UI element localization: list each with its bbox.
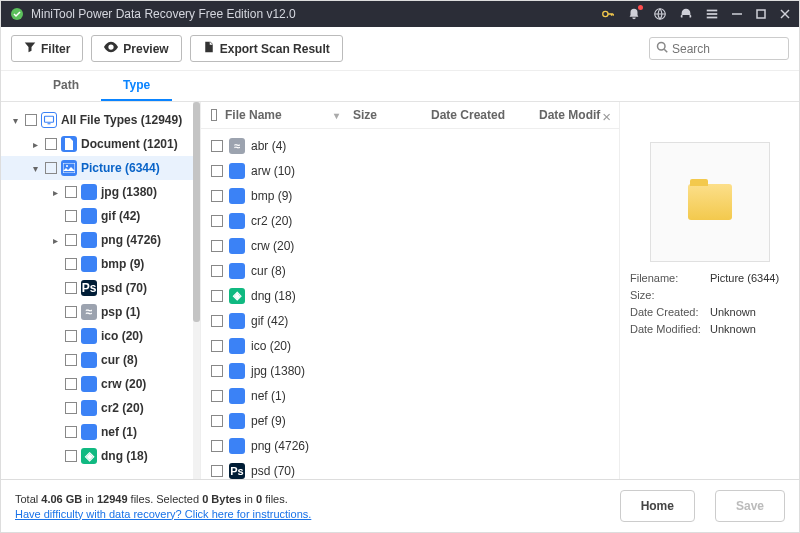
- checkbox[interactable]: [65, 258, 77, 270]
- search-box[interactable]: [649, 37, 789, 60]
- svg-rect-4: [707, 13, 718, 15]
- file-row[interactable]: gif (42): [201, 308, 619, 333]
- chevron-down-icon[interactable]: ▾: [9, 115, 21, 126]
- file-row[interactable]: cur (8): [201, 258, 619, 283]
- tree-item[interactable]: nef (1): [1, 420, 200, 444]
- file-row[interactable]: crw (20): [201, 233, 619, 258]
- tab-path[interactable]: Path: [31, 71, 101, 101]
- checkbox[interactable]: [211, 315, 223, 327]
- checkbox[interactable]: [211, 190, 223, 202]
- close-preview-icon[interactable]: ×: [602, 108, 611, 125]
- tree-document[interactable]: ▸ Document (1201): [1, 132, 200, 156]
- tree-item[interactable]: ico (20): [1, 324, 200, 348]
- tree-root[interactable]: ▾ All File Types (12949): [1, 108, 200, 132]
- col-date-created[interactable]: Date Created: [431, 108, 531, 122]
- checkbox[interactable]: [211, 390, 223, 402]
- checkbox[interactable]: [211, 265, 223, 277]
- tree-item[interactable]: ▸png (4726): [1, 228, 200, 252]
- checkbox[interactable]: [65, 186, 77, 198]
- checkbox[interactable]: [45, 138, 57, 150]
- preview-button[interactable]: Preview: [91, 35, 181, 62]
- tree-item[interactable]: cur (8): [1, 348, 200, 372]
- checkbox[interactable]: [211, 415, 223, 427]
- file-type-icon: Ps: [81, 280, 97, 296]
- globe-icon[interactable]: [653, 7, 667, 21]
- checkbox[interactable]: [65, 234, 77, 246]
- checkbox[interactable]: [65, 306, 77, 318]
- tree-root-label: All File Types (12949): [61, 113, 182, 127]
- checkbox[interactable]: [211, 290, 223, 302]
- checkbox[interactable]: [65, 402, 77, 414]
- menu-icon[interactable]: [705, 7, 719, 21]
- tree-item[interactable]: Pspsd (70): [1, 276, 200, 300]
- checkbox[interactable]: [211, 365, 223, 377]
- file-row[interactable]: png (4726): [201, 433, 619, 458]
- col-name[interactable]: File Name: [225, 108, 282, 122]
- chevron-right-icon[interactable]: ▸: [49, 187, 61, 198]
- checkbox[interactable]: [211, 140, 223, 152]
- bell-icon[interactable]: [627, 7, 641, 21]
- file-row[interactable]: ico (20): [201, 333, 619, 358]
- file-row[interactable]: ≈abr (4): [201, 133, 619, 158]
- save-button[interactable]: Save: [715, 490, 785, 522]
- chevron-down-icon[interactable]: ▾: [29, 163, 41, 174]
- col-size[interactable]: Size: [353, 108, 423, 122]
- sort-icon[interactable]: ▾: [334, 110, 339, 121]
- file-row[interactable]: pef (9): [201, 408, 619, 433]
- checkbox[interactable]: [211, 240, 223, 252]
- checkbox[interactable]: [211, 340, 223, 352]
- filter-button[interactable]: Filter: [11, 35, 83, 62]
- chevron-right-icon[interactable]: ▸: [29, 139, 41, 150]
- file-type-icon: [229, 238, 245, 254]
- tree-item[interactable]: ≈psp (1): [1, 300, 200, 324]
- file-name: crw (20): [251, 239, 294, 253]
- checkbox[interactable]: [65, 378, 77, 390]
- checkbox[interactable]: [65, 450, 77, 462]
- checkbox[interactable]: [45, 162, 57, 174]
- file-row[interactable]: Pspsd (70): [201, 458, 619, 479]
- file-type-icon: [229, 188, 245, 204]
- file-row[interactable]: cr2 (20): [201, 208, 619, 233]
- checkbox[interactable]: [211, 215, 223, 227]
- file-row[interactable]: ◈dng (18): [201, 283, 619, 308]
- tree-picture[interactable]: ▾ Picture (6344): [1, 156, 200, 180]
- file-row[interactable]: nef (1): [201, 383, 619, 408]
- key-icon[interactable]: [601, 7, 615, 21]
- checkbox[interactable]: [211, 465, 223, 477]
- tree-scroll-thumb[interactable]: [193, 102, 200, 322]
- checkbox[interactable]: [65, 210, 77, 222]
- checkbox[interactable]: [211, 165, 223, 177]
- help-link[interactable]: Have difficulty with data recovery? Clic…: [15, 508, 311, 520]
- toolbar: Filter Preview Export Scan Result: [1, 27, 799, 71]
- search-input[interactable]: [672, 42, 782, 56]
- minimize-icon[interactable]: [731, 8, 743, 20]
- headset-icon[interactable]: [679, 7, 693, 21]
- tab-type[interactable]: Type: [101, 71, 172, 101]
- col-date-modified[interactable]: Date Modif: [539, 108, 609, 122]
- tree-item[interactable]: ▸jpg (1380): [1, 180, 200, 204]
- file-row[interactable]: jpg (1380): [201, 358, 619, 383]
- tree-item[interactable]: cr2 (20): [1, 396, 200, 420]
- file-row[interactable]: bmp (9): [201, 183, 619, 208]
- checkbox[interactable]: [65, 282, 77, 294]
- checkbox[interactable]: [65, 426, 77, 438]
- tree-item[interactable]: gif (42): [1, 204, 200, 228]
- tree-item[interactable]: crw (20): [1, 372, 200, 396]
- checkbox[interactable]: [211, 440, 223, 452]
- chevron-right-icon[interactable]: ▸: [49, 235, 61, 246]
- select-all-checkbox[interactable]: [211, 109, 217, 121]
- export-icon: [203, 41, 215, 56]
- close-icon[interactable]: [779, 8, 791, 20]
- tree-item[interactable]: ◈dng (18): [1, 444, 200, 468]
- meta-size-k: Size:: [630, 289, 710, 301]
- tree-scrollbar[interactable]: [193, 102, 200, 479]
- file-row[interactable]: arw (10): [201, 158, 619, 183]
- home-button[interactable]: Home: [620, 490, 695, 522]
- checkbox[interactable]: [65, 354, 77, 366]
- checkbox[interactable]: [65, 330, 77, 342]
- tree-item[interactable]: bmp (9): [1, 252, 200, 276]
- tree-item-label: nef (1): [101, 425, 137, 439]
- export-button[interactable]: Export Scan Result: [190, 35, 343, 62]
- maximize-icon[interactable]: [755, 8, 767, 20]
- checkbox[interactable]: [25, 114, 37, 126]
